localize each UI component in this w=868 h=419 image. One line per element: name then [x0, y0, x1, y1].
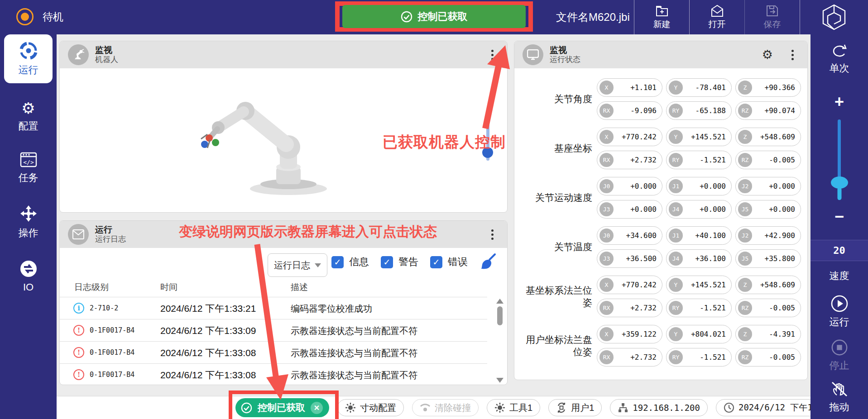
datetime-pill[interactable]: 2024/6/12 下午1:34:45 — [716, 399, 810, 416]
release-control-icon[interactable]: ✕ — [311, 402, 323, 414]
open-file-icon — [710, 5, 724, 17]
value-chip: J1 +40.100 — [666, 226, 732, 245]
broom-icon — [479, 252, 497, 271]
status-group-label: 用户坐标法兰盘位姿 — [519, 333, 592, 358]
view-zoom-thumb[interactable] — [482, 147, 493, 158]
axis-value: +359.122 — [614, 330, 657, 338]
tool-icon — [494, 402, 505, 413]
log-filter-label: 错误 — [448, 255, 468, 269]
log-description: 编码器零位校准成功 — [291, 303, 372, 315]
scroll-down-icon[interactable] — [496, 378, 504, 383]
clear-log-button[interactable] — [479, 252, 497, 272]
single-cycle-button[interactable]: 单次 — [810, 43, 868, 75]
check-circle-icon — [241, 402, 252, 414]
clear-collision-label: 清除碰撞 — [435, 402, 471, 414]
value-chip: J2 +0.000 — [735, 177, 801, 195]
axis-value: +0.000 — [752, 182, 795, 190]
robot-panel-header: 监视 机器人 — [60, 41, 507, 68]
log-panel-header: 运行 运行日志 — [60, 221, 507, 248]
control-acquired-banner[interactable]: 控制已获取 — [342, 5, 526, 28]
robot-status: 待机 — [16, 8, 63, 25]
log-filter-checkbox[interactable]: ✓ 警告 — [381, 255, 418, 269]
checkbox-checked-icon[interactable]: ✓ — [331, 256, 344, 268]
axis-badge: RY — [669, 104, 683, 118]
log-scrollbar[interactable] — [496, 299, 504, 383]
status-monitor-panel: 监视 运行状态 ⚙ 关节角度 X +1.101 Y -78.401 — [514, 41, 808, 380]
column-time: 时间 — [160, 281, 177, 293]
drag-hand-icon — [830, 381, 849, 398]
value-chip: J4 +36.100 — [666, 249, 732, 268]
axis-value: +90.366 — [752, 83, 795, 92]
scroll-up-icon[interactable] — [496, 299, 504, 304]
axis-badge: RX — [599, 153, 614, 167]
axis-badge: Z — [738, 278, 752, 292]
log-row[interactable]: 2-710-2 2024/6/12 下午1:33:21 编码器零位校准成功 — [60, 297, 487, 319]
log-row[interactable]: 0-1F0017-B4 2024/6/12 下午1:33:09 示教器连接状态与… — [60, 319, 487, 341]
speed-decrease-button[interactable]: − — [810, 207, 868, 226]
single-cycle-label: 单次 — [830, 62, 849, 75]
axis-value: -1.521 — [683, 353, 726, 362]
value-chip: RY -65.188 — [666, 101, 732, 120]
status-label: 待机 — [43, 10, 63, 24]
stop-button-label: 停止 — [830, 359, 849, 372]
save-file-button[interactable]: 保存 — [744, 0, 800, 34]
open-file-button[interactable]: 打开 — [689, 0, 744, 34]
sidebar-item-config[interactable]: ⚙ 配置 — [0, 100, 57, 133]
sidebar-item-task[interactable]: </> 任务 — [0, 152, 57, 185]
robot-panel-menu-icon[interactable] — [485, 47, 499, 62]
axis-badge: RY — [669, 350, 683, 364]
sidebar-item-operate[interactable]: 操作 — [0, 205, 57, 240]
status-chips: J0 +34.600 J1 +40.100 J2 +42.900 J3 +36.… — [597, 226, 801, 268]
axis-value: -0.005 — [752, 304, 795, 312]
status-chips: X +1.101 Y -78.401 Z +90.366 RX -9.096 R… — [597, 78, 801, 120]
axis-badge: Z — [738, 81, 752, 95]
log-level-icon — [73, 347, 84, 358]
clear-collision-button[interactable]: 清除碰撞 — [412, 399, 479, 416]
log-filter-label: 信息 — [349, 255, 369, 269]
log-filter-checkbox[interactable]: ✓ 错误 — [430, 255, 468, 269]
view-zoom-slider[interactable] — [485, 119, 490, 161]
axis-value: +36.100 — [683, 254, 726, 263]
log-filter-checkbox[interactable]: ✓ 信息 — [331, 255, 369, 269]
value-chip: J0 +0.000 — [597, 177, 662, 195]
drag-button[interactable]: 拖动 — [810, 381, 868, 414]
checkbox-checked-icon[interactable]: ✓ — [430, 256, 442, 268]
log-time: 2024/6/12 下午1:33:09 — [160, 324, 256, 337]
run-button[interactable]: 运行 — [810, 295, 868, 329]
value-chip: RX +2.732 — [597, 151, 662, 169]
settings-gear-icon[interactable]: ⚙ — [762, 48, 773, 62]
log-type-dropdown[interactable]: 运行日志 — [268, 253, 327, 277]
jog-config-button[interactable]: 寸动配置 — [337, 399, 404, 416]
speed-label: 速度 — [810, 269, 868, 283]
axis-badge: J1 — [669, 179, 683, 193]
tool-select-button[interactable]: 工具1 — [487, 399, 540, 416]
drag-button-label: 拖动 — [830, 400, 849, 414]
speed-slider[interactable] — [810, 119, 868, 200]
play-icon — [830, 295, 849, 313]
axis-badge: X — [599, 327, 614, 341]
clock-icon — [724, 402, 734, 413]
speed-increase-button[interactable]: + — [810, 92, 868, 111]
robot-3d-view[interactable] — [191, 76, 372, 203]
log-panel-menu-icon[interactable] — [485, 227, 499, 242]
value-chip: J3 +0.000 — [597, 200, 662, 219]
control-acquired-pill[interactable]: 控制已获取 ✕ — [235, 398, 329, 417]
sidebar-item-io[interactable]: IO — [0, 260, 57, 293]
status-panel-menu-icon[interactable] — [786, 47, 799, 62]
log-row[interactable]: 0-1F0017-B4 2024/6/12 下午1:33:08 示教器连接状态与… — [60, 341, 487, 363]
sidebar-item-run[interactable]: 运行 — [4, 34, 53, 83]
sidebar-item-operate-label: 操作 — [19, 226, 38, 240]
sidebar-item-task-label: 任务 — [19, 171, 38, 185]
ip-address-pill[interactable]: 192.168.1.200 — [610, 399, 708, 416]
checkbox-checked-icon[interactable]: ✓ — [381, 256, 393, 268]
stop-button[interactable]: 停止 — [810, 339, 868, 372]
scrollbar-thumb[interactable] — [497, 306, 503, 325]
datetime-value: 2024/6/12 下午1:34:45 — [739, 402, 810, 414]
log-row[interactable]: 0-1F0017-B4 2024/6/12 下午1:33:08 示教器连接状态与… — [60, 363, 487, 385]
axis-badge: RZ — [738, 350, 752, 364]
user-coord-button[interactable]: 用户1 — [548, 399, 602, 416]
speed-slider-thumb[interactable] — [831, 176, 848, 189]
axis-badge: RZ — [738, 153, 752, 167]
value-chip: RX +2.732 — [597, 299, 662, 317]
new-file-button[interactable]: 新建 — [634, 0, 689, 34]
